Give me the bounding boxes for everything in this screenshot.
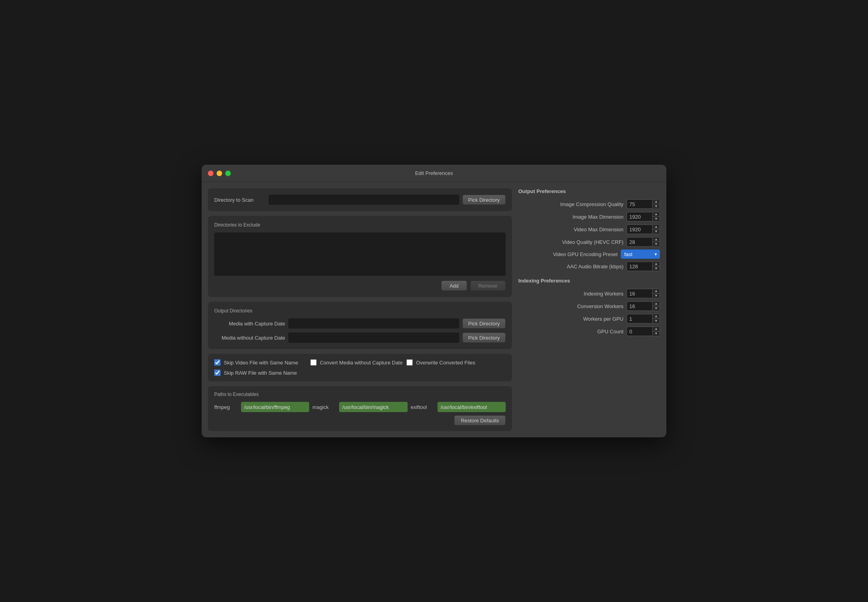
video-max-dim-down[interactable]: ▼ — [653, 229, 660, 234]
convert-media-row: Convert Media without Capture Date — [310, 359, 406, 366]
aac-bitrate-up[interactable]: ▲ — [653, 262, 660, 266]
indexing-prefs-section: Indexing Preferences Indexing Workers ▲ … — [518, 278, 660, 336]
checkboxes-section: Skip Video File with Same Name Convert M… — [208, 354, 512, 381]
image-max-dim-up[interactable]: ▲ — [653, 212, 660, 217]
video-gpu-label: Video GPU Encoding Preset — [518, 251, 618, 257]
restore-defaults-row: Restore Defaults — [214, 415, 506, 425]
conversion-workers-row: Conversion Workers ▲ ▼ — [518, 301, 660, 311]
workers-per-gpu-arrows: ▲ ▼ — [652, 314, 660, 324]
minimize-button[interactable] — [217, 171, 222, 176]
indexing-prefs-title: Indexing Preferences — [518, 278, 660, 284]
workers-per-gpu-row: Workers per GPU ▲ ▼ — [518, 314, 660, 324]
remove-button[interactable]: Remove — [470, 281, 506, 291]
output-directories-label: Output Directories — [214, 308, 506, 314]
video-quality-input[interactable] — [627, 237, 652, 247]
video-max-dim-row: Video Max Dimension ▲ ▼ — [518, 224, 660, 234]
magick-input[interactable] — [339, 402, 407, 412]
pick-directory-without-date-button[interactable]: Pick Directory — [462, 333, 506, 343]
video-quality-label: Video Quality (HEVC CRF) — [518, 239, 623, 245]
conversion-workers-label: Conversion Workers — [518, 303, 623, 309]
gpu-count-down[interactable]: ▼ — [653, 331, 660, 336]
workers-per-gpu-label: Workers per GPU — [518, 316, 623, 322]
gpu-count-arrows: ▲ ▼ — [652, 326, 660, 336]
titlebar: Edit Preferences — [202, 165, 666, 182]
workers-per-gpu-spinner: ▲ ▼ — [627, 314, 660, 324]
image-compression-input[interactable] — [627, 199, 652, 209]
with-date-row: Media with Capture Date Pick Directory — [214, 318, 506, 329]
exiftool-label: exiftool — [411, 404, 434, 410]
video-max-dim-up[interactable]: ▲ — [653, 225, 660, 229]
video-gpu-select-wrapper: fast medium slow faster slower ▼ — [621, 249, 660, 259]
aac-bitrate-spinner: ▲ ▼ — [627, 261, 660, 271]
pick-directory-with-date-button[interactable]: Pick Directory — [462, 318, 506, 329]
window-content: Directory to Scan Pick Directory Directo… — [202, 182, 666, 437]
video-max-dim-input[interactable] — [627, 225, 652, 234]
without-date-row: Media without Capture Date Pick Director… — [214, 333, 506, 343]
conversion-workers-up[interactable]: ▲ — [653, 301, 660, 306]
output-prefs-section: Output Preferences Image Compression Qua… — [518, 188, 660, 271]
skip-raw-label: Skip RAW File with Same Name — [224, 370, 297, 376]
exclude-label: Directories to Exclude — [214, 222, 506, 228]
without-date-input[interactable] — [288, 333, 459, 343]
image-max-dim-spinner: ▲ ▼ — [627, 212, 660, 222]
image-compression-up[interactable]: ▲ — [653, 199, 660, 204]
maximize-button[interactable] — [225, 171, 231, 176]
video-quality-down[interactable]: ▼ — [653, 242, 660, 247]
aac-bitrate-arrows: ▲ ▼ — [652, 261, 660, 271]
overwrite-checkbox[interactable] — [406, 359, 413, 366]
image-max-dim-down[interactable]: ▼ — [653, 217, 660, 221]
overwrite-row: Overwrite Converted Files — [406, 359, 503, 366]
image-max-dim-row: Image Max Dimension ▲ ▼ — [518, 212, 660, 222]
image-compression-label: Image Compression Quality — [518, 201, 623, 207]
indexing-workers-down[interactable]: ▼ — [653, 294, 660, 298]
conversion-workers-arrows: ▲ ▼ — [652, 301, 660, 311]
scan-label: Directory to Scan — [214, 197, 265, 203]
ffmpeg-label: ffmpeg — [214, 404, 238, 410]
restore-defaults-button[interactable]: Restore Defaults — [454, 415, 506, 425]
with-date-input[interactable] — [288, 318, 459, 329]
conversion-workers-down[interactable]: ▼ — [653, 306, 660, 311]
image-compression-spinner: ▲ ▼ — [627, 199, 660, 209]
traffic-lights — [208, 171, 231, 176]
video-quality-spinner: ▲ ▼ — [627, 237, 660, 247]
exclude-textarea[interactable] — [214, 232, 506, 276]
skip-video-row: Skip Video File with Same Name — [214, 359, 310, 366]
aac-bitrate-label: AAC Audio Bitrate (kbps) — [518, 264, 623, 269]
gpu-count-row: GPU Count ▲ ▼ — [518, 326, 660, 336]
exiftool-input[interactable] — [438, 402, 506, 412]
indexing-workers-input[interactable] — [627, 289, 652, 298]
skip-video-checkbox[interactable] — [214, 359, 221, 366]
skip-raw-checkbox[interactable] — [214, 370, 221, 376]
executables-section: Paths to Executables ffmpeg magick exift… — [208, 386, 512, 431]
indexing-workers-label: Indexing Workers — [518, 291, 623, 297]
scan-row: Directory to Scan Pick Directory — [214, 195, 506, 205]
workers-per-gpu-input[interactable] — [627, 314, 652, 323]
overwrite-label: Overwrite Converted Files — [416, 360, 475, 366]
video-max-dim-spinner: ▲ ▼ — [627, 224, 660, 234]
image-max-dim-input[interactable] — [627, 212, 652, 221]
convert-media-checkbox[interactable] — [310, 359, 317, 366]
executables-row: ffmpeg magick exiftool — [214, 402, 506, 412]
gpu-count-up[interactable]: ▲ — [653, 327, 660, 331]
scan-directory-input[interactable] — [269, 195, 459, 205]
conversion-workers-input[interactable] — [627, 301, 652, 311]
add-button[interactable]: Add — [441, 281, 467, 291]
aac-bitrate-down[interactable]: ▼ — [653, 266, 660, 271]
pick-directory-scan-button[interactable]: Pick Directory — [462, 195, 506, 205]
aac-bitrate-input[interactable] — [627, 262, 652, 271]
video-gpu-row: Video GPU Encoding Preset fast medium sl… — [518, 249, 660, 259]
image-compression-down[interactable]: ▼ — [653, 204, 660, 209]
without-date-label: Media without Capture Date — [214, 335, 285, 341]
window-title: Edit Preferences — [415, 170, 453, 176]
workers-per-gpu-down[interactable]: ▼ — [653, 319, 660, 323]
close-button[interactable] — [208, 171, 213, 176]
gpu-count-input[interactable] — [627, 327, 652, 336]
video-gpu-select[interactable]: fast medium slow faster slower — [621, 249, 660, 259]
add-remove-row: Add Remove — [214, 281, 506, 291]
with-date-label: Media with Capture Date — [214, 321, 285, 327]
image-compression-arrows: ▲ ▼ — [652, 199, 660, 209]
ffmpeg-input[interactable] — [241, 402, 309, 412]
video-quality-up[interactable]: ▲ — [653, 237, 660, 242]
workers-per-gpu-up[interactable]: ▲ — [653, 314, 660, 319]
indexing-workers-up[interactable]: ▲ — [653, 289, 660, 294]
